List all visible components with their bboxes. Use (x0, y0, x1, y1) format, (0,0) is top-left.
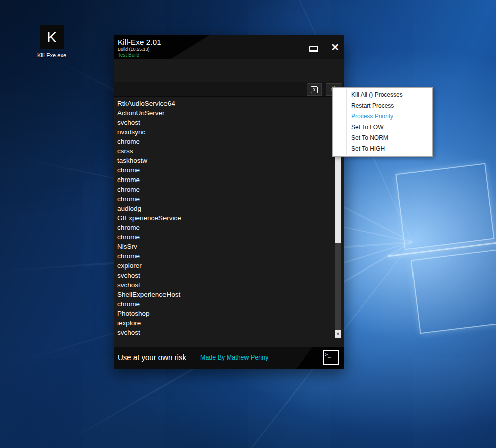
footer-credit: Made By Mathew Penny (200, 354, 269, 361)
context-menu: Kill All () Processes Restart Process Pr… (332, 87, 433, 157)
toolbar: x ⚙ (114, 82, 344, 97)
process-list-item[interactable]: chrome (117, 232, 333, 242)
kill-process-button[interactable]: x (307, 83, 322, 96)
context-menu-item[interactable]: Set To LOW (333, 122, 432, 133)
process-list-item[interactable]: nvxdsync (117, 127, 333, 137)
window-controls: ✕ (307, 35, 339, 59)
footer-warning: Use at your own risk (118, 353, 186, 362)
window-spacer (114, 59, 344, 82)
process-list-item[interactable]: ShellExperienceHost (117, 290, 333, 299)
window-build-number: Build (10.55.13) (118, 47, 161, 52)
minimize-button[interactable] (307, 42, 320, 52)
process-list-item[interactable]: svchost (117, 118, 333, 127)
scroll-down-button[interactable]: ∨ (335, 330, 341, 338)
process-list-item[interactable]: svchost (117, 328, 333, 337)
context-menu-item[interactable]: Kill All () Processes (333, 89, 432, 101)
process-list-item[interactable]: svchost (117, 280, 333, 290)
context-menu-item[interactable]: Restart Process (333, 101, 432, 112)
process-list-item[interactable]: iexplore (117, 318, 333, 328)
process-list-item[interactable]: chrome (117, 194, 333, 204)
wallpaper-window-pane (395, 163, 494, 250)
process-list-item[interactable]: Photoshop (117, 309, 333, 318)
titlebar[interactable]: Kill-Exe 2.01 Build (10.55.13) Test Buil… (114, 35, 344, 59)
minimize-icon (309, 46, 318, 52)
process-list-item[interactable]: chrome (117, 165, 333, 175)
process-list-panel: RtkAudioService64 ActionUriServer svchos… (114, 97, 344, 338)
process-list-item[interactable]: GfExperienceService (117, 213, 333, 223)
process-list-item[interactable]: csrss (117, 146, 333, 156)
process-list-item[interactable]: ActionUriServer (117, 108, 333, 118)
close-button[interactable]: ✕ (330, 42, 339, 52)
window-build-tag: Test Build (118, 52, 161, 58)
process-list-item[interactable]: chrome (117, 185, 333, 194)
process-list-item[interactable]: taskhostw (117, 156, 333, 165)
process-list-item[interactable]: RtkAudioService64 (117, 99, 333, 108)
wallpaper-window-pane (411, 248, 496, 334)
window-title: Kill-Exe 2.01 (118, 38, 161, 46)
process-list-item[interactable]: explorer (117, 261, 333, 271)
console-prompt-icon: >_ (325, 352, 331, 357)
desktop-icon-label: Kill-Exe.exe (32, 52, 71, 58)
process-list-item[interactable]: chrome (117, 299, 333, 309)
context-menu-item[interactable]: Set To HIGH (333, 144, 432, 155)
process-list[interactable]: RtkAudioService64 ActionUriServer svchos… (114, 99, 333, 338)
context-menu-items: Kill All () Processes Restart Process Pr… (333, 89, 432, 154)
desktop-icon-kill-exe[interactable]: K Kill-Exe.exe (32, 25, 71, 58)
title-block: Kill-Exe 2.01 Build (10.55.13) Test Buil… (118, 38, 161, 58)
kill-exe-window: Kill-Exe 2.01 Build (10.55.13) Test Buil… (114, 35, 344, 369)
process-list-item[interactable]: NisSrv (117, 242, 333, 251)
process-list-item[interactable]: chrome (117, 251, 333, 261)
process-list-item[interactable]: chrome (117, 175, 333, 185)
desktop: K Kill-Exe.exe Kill-Exe 2.01 Build (10.5… (0, 0, 496, 448)
process-list-item[interactable]: chrome (117, 223, 333, 232)
console-button[interactable]: >_ (323, 350, 339, 365)
process-list-item[interactable]: svchost (117, 271, 333, 280)
process-list-item[interactable]: chrome (117, 137, 333, 146)
context-menu-item[interactable]: Set To NORM (333, 133, 432, 144)
kill-process-icon: x (311, 86, 318, 93)
kill-exe-app-icon: K (40, 25, 64, 49)
window-spacer (114, 338, 344, 347)
footer: Use at your own risk Made By Mathew Penn… (114, 347, 344, 369)
context-menu-item[interactable]: Process Priority (333, 111, 432, 122)
process-list-item[interactable]: audiodg (117, 204, 333, 213)
